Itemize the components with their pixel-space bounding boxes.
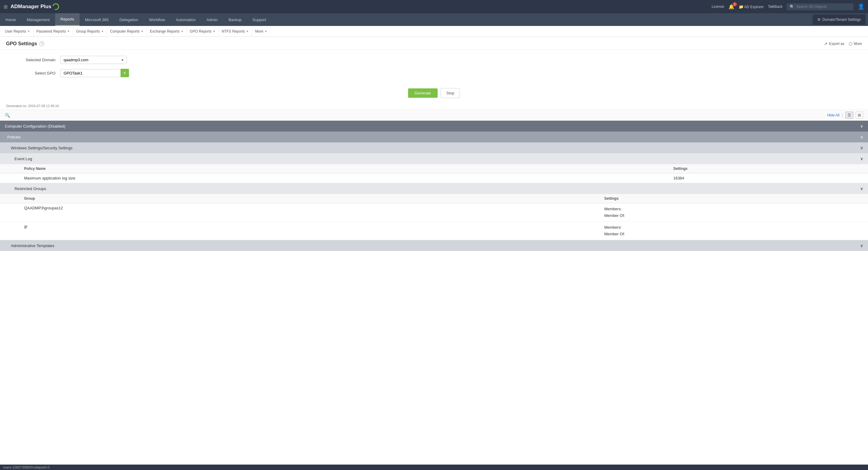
sub-nav-computer-reports[interactable]: Computer Reports ▼	[107, 26, 147, 37]
domain-select[interactable]: qaadmp3.com	[60, 56, 127, 64]
chevron-icon: ∨	[860, 145, 863, 150]
top-bar-right: License 🔔 2 📁 AD Explorer TalkBack 🔍 👤	[712, 3, 864, 10]
domain-label: Selected Domain	[12, 58, 60, 62]
sub-nav-more[interactable]: More ▼	[252, 26, 270, 37]
section-computer-config[interactable]: Computer Configuration (Disabled) ∨	[0, 121, 868, 131]
report-toolbar-right: Hide All | ☰ ⊞	[827, 112, 863, 119]
sub-nav-password-reports[interactable]: Password Reports ▼	[33, 26, 73, 37]
search-input[interactable]	[796, 4, 850, 9]
nav-delegation[interactable]: Delegation	[114, 13, 144, 26]
sub-nav-user-reports[interactable]: User Reports ▼	[2, 26, 33, 37]
app-logo: ADManager Plus	[10, 3, 59, 10]
chevron-icon: ∨	[860, 124, 863, 128]
app-name: ADManager Plus	[10, 4, 51, 10]
ad-explorer-link[interactable]: 📁 AD Explorer	[739, 4, 764, 9]
grid-icon[interactable]: ⊞	[4, 4, 7, 10]
nav-support[interactable]: Support	[247, 13, 272, 26]
toolbar-divider: |	[842, 113, 843, 118]
policy-name-cell: Maximum application log size	[0, 173, 669, 183]
list-view-icon: ☰	[847, 113, 851, 117]
sub-nav-exchange-reports-label: Exchange Reports	[150, 29, 180, 33]
section-policies[interactable]: Policies ∨	[0, 131, 868, 142]
list-view-button[interactable]: ☰	[845, 112, 853, 119]
page-title-row: GPO Settings ?	[6, 41, 44, 47]
stop-button[interactable]: Stop	[441, 88, 460, 98]
chevron-down-icon: ▼	[213, 30, 216, 33]
search-box: 🔍	[786, 3, 854, 10]
nav-admin[interactable]: Admin	[201, 13, 223, 26]
sub-nav: User Reports ▼ Password Reports ▼ Group …	[0, 26, 868, 37]
nav-management[interactable]: Management	[22, 13, 55, 26]
sub-nav-gpo-reports-label: GPO Reports	[190, 29, 212, 33]
col-settings: Settings	[599, 194, 868, 203]
status-bar: mano-13607:8080/#collapse0-0	[0, 465, 868, 470]
nav-workflow[interactable]: Workflow	[144, 13, 170, 26]
logo-circle-icon	[51, 2, 60, 11]
chevron-down-icon: ▼	[265, 30, 267, 33]
nav-reports[interactable]: Reports	[55, 13, 80, 26]
page-header: GPO Settings ? ↗ Export as ⬡ More	[0, 37, 868, 50]
group-name-cell: gr	[0, 222, 599, 240]
gpo-input-wrap: +	[60, 69, 129, 77]
nav-microsoft365[interactable]: Microsoft 365	[80, 13, 114, 26]
domain-tenant-settings-button[interactable]: ⚙ Domain/Tenant Settings	[812, 14, 866, 25]
group-name-cell: QAADMP3\groupas12	[0, 203, 599, 222]
notification-icon[interactable]: 🔔 2	[728, 4, 735, 10]
hide-all-link[interactable]: Hide All	[827, 113, 840, 117]
top-bar-left: ⊞ ADManager Plus	[4, 3, 59, 10]
sub-nav-exchange-reports[interactable]: Exchange Reports ▼	[147, 26, 187, 37]
gpo-add-button[interactable]: +	[121, 69, 129, 77]
report-search-icon[interactable]: 🔍	[5, 113, 10, 118]
nav-home[interactable]: Home	[0, 13, 22, 26]
sub-nav-password-reports-label: Password Reports	[36, 29, 66, 33]
domain-form-row: Selected Domain qaadmp3.com ▼	[12, 56, 856, 64]
export-as-button[interactable]: ↗ Export as	[824, 41, 844, 46]
group-settings-cell: Members:Member Of:	[599, 222, 868, 240]
section-windows-settings-label: Windows Settings/Security Settings	[11, 146, 72, 150]
user-avatar-icon[interactable]: 👤	[858, 3, 864, 10]
grid-view-button[interactable]: ⊞	[856, 112, 863, 119]
form-area: Selected Domain qaadmp3.com ▼ Select GPO…	[0, 50, 868, 85]
nav-backup[interactable]: Backup	[223, 13, 247, 26]
restricted-groups-table: Group Settings QAADMP3\groupas12 Members…	[0, 194, 868, 240]
domain-select-wrapper: qaadmp3.com ▼	[60, 56, 127, 64]
col-policy-name: Policy Name	[0, 164, 669, 173]
chevron-down-icon: ▼	[246, 30, 249, 33]
sub-nav-user-reports-label: User Reports	[5, 29, 26, 33]
generate-button[interactable]: Generate	[408, 88, 438, 98]
chevron-down-icon: ▼	[67, 30, 70, 33]
event-log-table: Policy Name Settings Maximum application…	[0, 164, 868, 183]
section-administrative-templates-label: Administrative Templates	[11, 243, 54, 248]
group-settings-cell: Members:Member Of:	[599, 203, 868, 222]
gpo-input[interactable]	[60, 69, 121, 77]
section-windows-settings[interactable]: Windows Settings/Security Settings ∨	[0, 142, 868, 153]
section-restricted-groups-label: Restricted Groups	[14, 186, 46, 191]
section-computer-config-label: Computer Configuration (Disabled)	[5, 124, 65, 128]
table-row: Maximum application log size 16384	[0, 173, 868, 183]
section-restricted-groups[interactable]: Restricted Groups ∨	[0, 183, 868, 194]
col-group: Group	[0, 194, 599, 203]
help-icon[interactable]: ?	[39, 41, 44, 46]
export-icon: ↗	[824, 41, 828, 46]
talkback-link[interactable]: TalkBack	[768, 4, 782, 9]
license-link[interactable]: License	[712, 4, 724, 9]
generated-on: Generated on: 2024-07-09 11:45:16	[0, 104, 868, 110]
chevron-down-icon: ▼	[181, 30, 184, 33]
report-toolbar: 🔍 Hide All | ☰ ⊞	[0, 110, 868, 121]
page-content: GPO Settings ? ↗ Export as ⬡ More Select…	[0, 37, 868, 470]
sub-nav-group-reports-label: Group Reports	[76, 29, 100, 33]
chevron-down-icon: ▼	[27, 30, 30, 33]
section-event-log[interactable]: Event Log ∨	[0, 153, 868, 164]
chevron-icon: ∨	[860, 243, 863, 248]
sub-nav-group-reports[interactable]: Group Reports ▼	[73, 26, 107, 37]
generate-area: Generate Stop	[0, 85, 868, 104]
more-actions-button[interactable]: ⬡ More	[849, 41, 862, 46]
sub-nav-gpo-reports[interactable]: GPO Reports ▼	[187, 26, 219, 37]
nav-automation[interactable]: Automation	[170, 13, 201, 26]
section-event-log-label: Event Log	[14, 156, 32, 161]
settings-cell: 16384	[669, 173, 868, 183]
report-toolbar-left: 🔍	[5, 113, 10, 118]
sub-nav-ntfs-reports-label: NTFS Reports	[222, 29, 245, 33]
section-administrative-templates[interactable]: Administrative Templates ∨	[0, 240, 868, 251]
sub-nav-ntfs-reports[interactable]: NTFS Reports ▼	[219, 26, 252, 37]
